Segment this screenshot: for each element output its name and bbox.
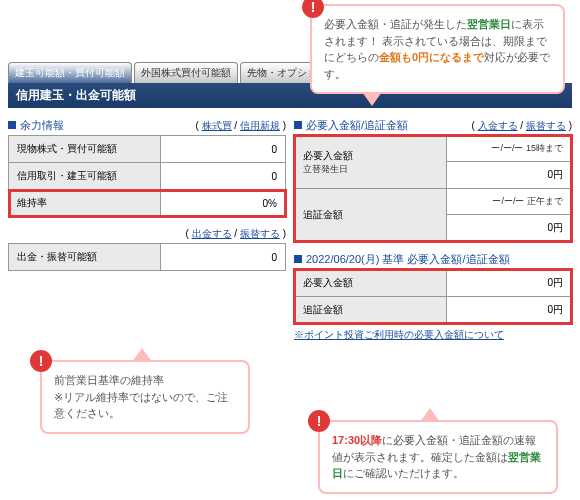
base-date-table: 必要入金額0円 追証金額0円 bbox=[294, 269, 572, 324]
right-column: 必要入金額/追証金額 ( 入金する / 振替する ) 必要入金額立替発生日 ー/… bbox=[294, 114, 572, 342]
withdraw-links: ( 出金する / 振替する ) bbox=[185, 227, 286, 241]
row-margin-position-label: 信用取引・建玉可能額 bbox=[9, 163, 161, 190]
link-points-note[interactable]: ※ポイント投資ご利用時の必要入金額について bbox=[294, 328, 572, 342]
link-stock-buy[interactable]: 株式買 bbox=[202, 120, 232, 131]
row-maintenance-rate-label: 維持率 bbox=[9, 190, 161, 217]
margin-table: 現物株式・買付可能額0 信用取引・建玉可能額0 維持率0% bbox=[8, 135, 286, 217]
row-required-deposit-value: 0円 bbox=[447, 162, 572, 189]
required-deposit-title: 必要入金額/追証金額 bbox=[294, 118, 408, 133]
tab-position-limit[interactable]: 建玉可能額・買付可能額 bbox=[8, 62, 132, 83]
row-required-deposit-deadline: ー/ー/ー 15時まで bbox=[447, 136, 572, 162]
link-margin-new[interactable]: 信用新規 bbox=[240, 120, 280, 131]
deposit-links: ( 入金する / 振替する ) bbox=[471, 119, 572, 133]
callout-preliminary-values: ! 17:30以降に必要入金額・追証金額の速報値が表示されます。確定した金額は翌… bbox=[318, 420, 558, 494]
row-margin-position-value: 0 bbox=[161, 163, 286, 190]
row-margin-call-deadline: ー/ー/ー 正午まで bbox=[447, 189, 572, 215]
row-required-deposit-2-value: 0円 bbox=[447, 270, 572, 297]
alert-icon: ! bbox=[30, 350, 52, 372]
callout-next-business-day: ! 必要入金額・追証が発生した翌営業日に表示されます！ 表示されている場合は、期… bbox=[310, 4, 565, 94]
left-column: 余力情報 ( 株式買 / 信用新規 ) 現物株式・買付可能額0 信用取引・建玉可… bbox=[8, 114, 286, 342]
row-cash-buying-power-value: 0 bbox=[161, 136, 286, 163]
row-withdrawable-value: 0 bbox=[161, 244, 286, 271]
required-deposit-table: 必要入金額立替発生日 ー/ー/ー 15時まで 0円 追証金額 ー/ー/ー 正午ま… bbox=[294, 135, 572, 242]
row-margin-call-2-value: 0円 bbox=[447, 297, 572, 324]
base-date-title: 2022/06/20(月) 基準 必要入金額/追証金額 bbox=[294, 252, 510, 267]
row-required-deposit-label: 必要入金額立替発生日 bbox=[295, 136, 447, 189]
alert-icon: ! bbox=[308, 410, 330, 432]
link-withdraw[interactable]: 出金する bbox=[192, 228, 232, 239]
row-margin-call-value: 0円 bbox=[447, 215, 572, 242]
row-withdrawable-label: 出金・振替可能額 bbox=[9, 244, 161, 271]
link-transfer[interactable]: 振替する bbox=[240, 228, 280, 239]
row-maintenance-rate-value: 0% bbox=[161, 190, 286, 217]
row-cash-buying-power-label: 現物株式・買付可能額 bbox=[9, 136, 161, 163]
row-margin-call-2-label: 追証金額 bbox=[295, 297, 447, 324]
margin-info-title: 余力情報 bbox=[8, 118, 64, 133]
withdraw-table: 出金・振替可能額0 bbox=[8, 243, 286, 271]
row-required-deposit-2-label: 必要入金額 bbox=[295, 270, 447, 297]
margin-links: ( 株式買 / 信用新規 ) bbox=[195, 119, 286, 133]
alert-icon: ! bbox=[302, 0, 324, 18]
row-margin-call-label: 追証金額 bbox=[295, 189, 447, 242]
link-deposit[interactable]: 入金する bbox=[478, 120, 518, 131]
link-transfer-2[interactable]: 振替する bbox=[526, 120, 566, 131]
callout-maintenance-rate: ! 前営業日基準の維持率 ※リアル維持率ではないので、ご注意ください。 bbox=[40, 360, 250, 434]
tab-foreign-stock[interactable]: 外国株式買付可能額 bbox=[134, 62, 238, 83]
